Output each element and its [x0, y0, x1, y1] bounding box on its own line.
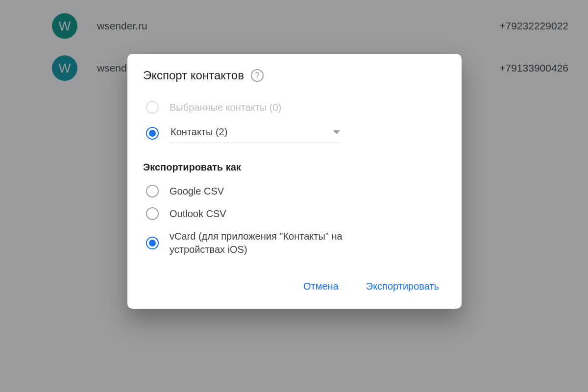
radio-icon — [146, 185, 159, 197]
cancel-button[interactable]: Отмена — [299, 276, 343, 297]
radio-label: Google CSV — [170, 186, 224, 197]
export-button[interactable]: Экспортировать — [362, 276, 443, 297]
radio-outlook-csv[interactable]: Outlook CSV — [143, 202, 446, 225]
radio-label: Выбранные контакты (0) — [170, 102, 281, 113]
radio-icon — [146, 127, 159, 140]
export-contacts-dialog: Экспорт контактов ? Выбранные контакты (… — [127, 54, 462, 309]
contacts-group-select[interactable]: Контакты (2) — [170, 123, 341, 143]
radio-label: vCard (для приложения "Контакты" на устр… — [170, 230, 380, 256]
chevron-down-icon — [333, 130, 340, 134]
radio-label: Outlook CSV — [170, 208, 226, 220]
help-icon[interactable]: ? — [251, 69, 264, 82]
select-value: Контакты (2) — [171, 126, 227, 138]
radio-selected-contacts: Выбранные контакты (0) — [143, 96, 446, 119]
radio-vcard[interactable]: vCard (для приложения "Контакты" на устр… — [143, 225, 446, 261]
dialog-header: Экспорт контактов ? — [143, 69, 446, 82]
radio-contacts-group[interactable]: Контакты (2) — [143, 119, 446, 148]
radio-icon — [146, 207, 159, 220]
radio-icon — [146, 101, 159, 114]
dialog-actions: Отмена Экспортировать — [143, 276, 446, 297]
dialog-title: Экспорт контактов — [143, 69, 244, 82]
radio-google-csv[interactable]: Google CSV — [143, 180, 446, 202]
radio-icon — [146, 237, 159, 249]
export-as-label: Экспортировать как — [143, 162, 446, 173]
